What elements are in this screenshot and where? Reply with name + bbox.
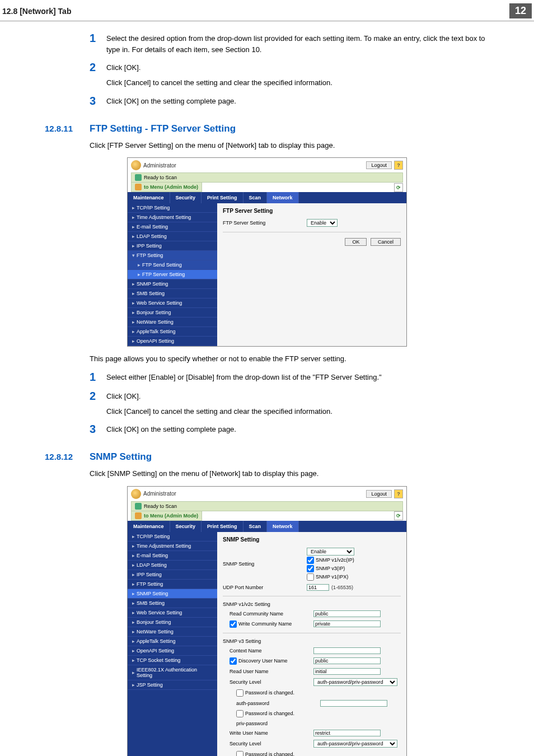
write-comm-input[interactable] bbox=[313, 620, 381, 627]
mode-link[interactable]: to Menu (Admin Mode) bbox=[144, 513, 198, 519]
sidebar-item-tcpip[interactable]: ▸TCP/IP Setting bbox=[128, 203, 217, 213]
sidebar-item-time[interactable]: ▸Time Adjustment Setting bbox=[128, 542, 217, 551]
sidebar-item-ldap[interactable]: ▸LDAP Setting bbox=[128, 232, 217, 241]
snmp-v1ipx-checkbox[interactable] bbox=[307, 573, 314, 581]
sidebar-item-ipp[interactable]: ▸IPP Setting bbox=[128, 570, 217, 580]
read-sec-level-label: Security Level bbox=[229, 679, 313, 685]
section-title: FTP Setting - FTP Server Setting bbox=[90, 123, 236, 134]
udp-port-input[interactable] bbox=[307, 584, 329, 591]
refresh-icon[interactable]: ⟳ bbox=[394, 183, 403, 192]
tab-maintenance[interactable]: Maintenance bbox=[128, 521, 170, 532]
write-pw-changed-checkbox[interactable] bbox=[236, 751, 243, 757]
sidebar-item-ieee[interactable]: ▸IEEE802.1X Authentication Setting bbox=[128, 665, 217, 680]
snmp-setting-label: SNMP Setting bbox=[223, 561, 307, 567]
tab-security[interactable]: Security bbox=[170, 521, 202, 532]
udp-range: (1-65535) bbox=[331, 585, 353, 590]
sidebar-item-snmp[interactable]: ▸SNMP Setting bbox=[128, 279, 217, 289]
step-text: Click [OK]. bbox=[106, 60, 140, 74]
sidebar-item-smb[interactable]: ▸SMB Setting bbox=[128, 289, 217, 298]
section-number: 12.8.12 bbox=[45, 452, 90, 461]
sidebar-item-tcpip[interactable]: ▸TCP/IP Setting bbox=[128, 532, 217, 542]
admin-label: Administrator bbox=[143, 162, 176, 169]
snmp-screenshot: Administrator Logout ? Ready to Scan to … bbox=[127, 486, 407, 757]
sidebar-item-ftp[interactable]: ▸FTP Setting bbox=[128, 580, 217, 589]
snmp-v3-checkbox[interactable] bbox=[307, 565, 314, 572]
printer-status-icon bbox=[135, 503, 142, 510]
v1v2-heading: SNMP v1/v2c Setting bbox=[223, 601, 307, 607]
section-title: SNMP Setting bbox=[90, 451, 152, 463]
read-pw-changed-checkbox[interactable] bbox=[236, 689, 243, 697]
snmp-v1v2c-checkbox[interactable] bbox=[307, 557, 314, 564]
sidebar-item-appletalk[interactable]: ▸AppleTalk Setting bbox=[128, 327, 217, 337]
ftp-screenshot: Administrator Logout ? Ready to Scan to … bbox=[127, 157, 407, 347]
sidebar-item-bonjour[interactable]: ▸Bonjour Setting bbox=[128, 618, 217, 627]
write-user-input[interactable] bbox=[313, 730, 381, 736]
sidebar-item-email[interactable]: ▸E-mail Setting bbox=[128, 222, 217, 232]
discovery-user-input[interactable] bbox=[313, 657, 381, 664]
cancel-button[interactable]: Cancel bbox=[371, 238, 401, 246]
read-auth-pw-input[interactable] bbox=[320, 700, 387, 707]
read-priv-pw-label: priv-password bbox=[236, 721, 320, 726]
snmp-setting-select[interactable]: Enable bbox=[307, 548, 354, 556]
help-icon[interactable]: ? bbox=[394, 161, 403, 170]
sidebar-item-netware[interactable]: ▸NetWare Setting bbox=[128, 627, 217, 637]
sidebar-item-ldap[interactable]: ▸LDAP Setting bbox=[128, 561, 217, 570]
sidebar-item-tcpsock[interactable]: ▸TCP Socket Setting bbox=[128, 656, 217, 665]
read-sec-level-select[interactable]: auth-password/priv-password bbox=[313, 678, 397, 686]
help-icon[interactable]: ? bbox=[394, 489, 403, 498]
step-subtext: Click [Cancel] to cancel the setting and… bbox=[106, 406, 489, 417]
sidebar: ▸TCP/IP Setting ▸Time Adjustment Setting… bbox=[128, 203, 217, 346]
tab-network[interactable]: Network bbox=[267, 192, 299, 203]
read-comm-input[interactable] bbox=[313, 610, 381, 617]
sidebar-item-smb[interactable]: ▸SMB Setting bbox=[128, 599, 217, 608]
ftp-main-panel: FTP Server Setting FTP Server Setting En… bbox=[217, 203, 406, 346]
logout-button[interactable]: Logout bbox=[366, 490, 392, 498]
step-subtext: Click [Cancel] to cancel the setting and… bbox=[106, 77, 489, 88]
logout-button[interactable]: Logout bbox=[366, 161, 392, 169]
sidebar-item-email[interactable]: ▸E-mail Setting bbox=[128, 551, 217, 561]
step-2: 2 Click [OK]. bbox=[90, 60, 489, 74]
tab-print-setting[interactable]: Print Setting bbox=[202, 192, 243, 203]
tab-scan[interactable]: Scan bbox=[243, 192, 268, 203]
sidebar-item-snmp[interactable]: ▸SNMP Setting bbox=[128, 589, 217, 599]
tab-bar: Maintenance Security Print Setting Scan … bbox=[128, 192, 406, 203]
tab-maintenance[interactable]: Maintenance bbox=[128, 192, 170, 203]
write-comm-checkbox[interactable] bbox=[229, 620, 237, 628]
sidebar-item-ftp[interactable]: ▾FTP Setting bbox=[128, 251, 217, 260]
step-number: 1 bbox=[90, 370, 106, 384]
step-text: Select the desired option from the drop-… bbox=[106, 31, 489, 55]
tab-print-setting[interactable]: Print Setting bbox=[202, 521, 243, 532]
header-section-label: 12.8 [Network] Tab bbox=[2, 7, 509, 16]
read-auth-pw-label: auth-password bbox=[236, 701, 320, 706]
status-text: Ready to Scan bbox=[144, 175, 177, 180]
sidebar-item-bonjour[interactable]: ▸Bonjour Setting bbox=[128, 308, 217, 318]
ok-button[interactable]: OK bbox=[345, 238, 367, 246]
sidebar-item-ws[interactable]: ▸Web Service Setting bbox=[128, 608, 217, 618]
sidebar-item-openapi[interactable]: ▸OpenAPI Setting bbox=[128, 646, 217, 656]
sidebar-item-ws[interactable]: ▸Web Service Setting bbox=[128, 298, 217, 308]
sidebar-item-appletalk[interactable]: ▸AppleTalk Setting bbox=[128, 637, 217, 646]
ftp-server-label: FTP Server Setting bbox=[223, 220, 307, 226]
tab-network[interactable]: Network bbox=[267, 521, 299, 532]
refresh-icon[interactable]: ⟳ bbox=[394, 511, 403, 520]
sidebar-item-ftp-server[interactable]: ▸FTP Server Setting bbox=[128, 270, 217, 279]
mode-link[interactable]: to Menu (Admin Mode) bbox=[144, 184, 198, 190]
sidebar-item-netware[interactable]: ▸NetWare Setting bbox=[128, 318, 217, 327]
tab-bar: Maintenance Security Print Setting Scan … bbox=[128, 521, 406, 532]
sidebar-item-jsp[interactable]: ▸JSP Setting bbox=[128, 680, 217, 690]
sidebar-item-time[interactable]: ▸Time Adjustment Setting bbox=[128, 213, 217, 222]
step-b2: 2 Click [OK]. bbox=[90, 389, 489, 403]
tab-scan[interactable]: Scan bbox=[243, 521, 268, 532]
sidebar-item-ipp[interactable]: ▸IPP Setting bbox=[128, 241, 217, 251]
read-user-input[interactable] bbox=[313, 668, 381, 675]
panel-heading: SNMP Setting bbox=[223, 536, 401, 543]
chapter-badge: 12 bbox=[509, 3, 532, 18]
sidebar-item-ftp-send[interactable]: ▸FTP Send Setting bbox=[128, 260, 217, 270]
sidebar-item-openapi[interactable]: ▸OpenAPI Setting bbox=[128, 337, 217, 346]
tab-security[interactable]: Security bbox=[170, 192, 202, 203]
context-input[interactable] bbox=[313, 647, 381, 654]
discovery-user-checkbox[interactable] bbox=[229, 657, 237, 665]
ftp-server-select[interactable]: Enable bbox=[307, 219, 338, 227]
write-sec-level-select[interactable]: auth-password/priv-password bbox=[313, 740, 397, 748]
read-priv-pw-changed-checkbox[interactable] bbox=[236, 710, 243, 717]
